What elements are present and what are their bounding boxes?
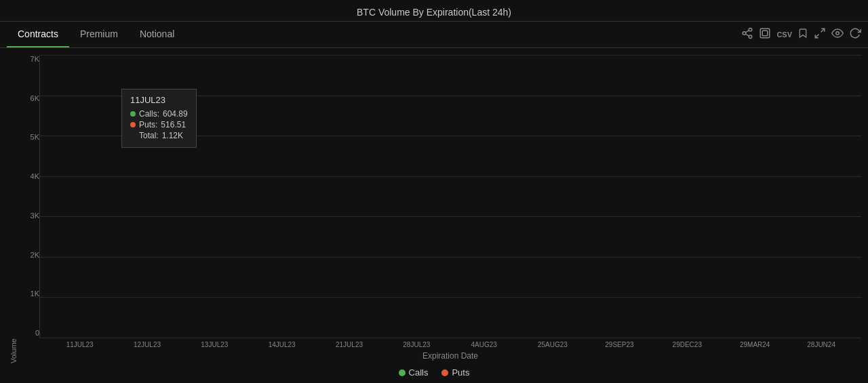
y-tick-3k: 3K	[18, 211, 39, 220]
x-tick: 14JUL23	[269, 341, 296, 348]
svg-line-3	[746, 34, 749, 36]
chart-area: Volume 7K 6K 5K 4K 3K 2K 1K 0	[0, 48, 868, 363]
fullscreen-icon[interactable]	[814, 27, 826, 42]
svg-line-8	[815, 35, 818, 38]
tab-premium[interactable]: Premium	[69, 22, 129, 47]
y-tick-6k: 6K	[18, 94, 39, 102]
tab-contracts[interactable]: Contracts	[7, 22, 69, 47]
share-icon[interactable]	[741, 27, 753, 42]
tab-notional[interactable]: Notional	[129, 22, 185, 47]
chart-title: BTC Volume By Expiration(Last 24h)	[0, 0, 868, 22]
bookmark-icon[interactable]	[797, 27, 808, 42]
svg-point-1	[743, 32, 747, 35]
svg-point-2	[749, 35, 753, 39]
y-tick-2k: 2K	[18, 251, 39, 259]
svg-rect-5	[761, 28, 770, 38]
chart-inner: 7K 6K 5K 4K 3K 2K 1K 0	[18, 55, 861, 363]
x-tick: 29MAR24	[740, 341, 767, 348]
screenshot-icon[interactable]	[759, 27, 771, 42]
y-tick-4k: 4K	[18, 172, 39, 180]
y-tick-1k: 1K	[18, 289, 39, 298]
y-tick-5k: 5K	[18, 133, 39, 141]
svg-line-7	[821, 28, 825, 32]
x-tick: 28JUL23	[403, 341, 430, 348]
plot-area: 7K 6K 5K 4K 3K 2K 1K 0	[18, 55, 861, 338]
svg-line-4	[746, 31, 749, 33]
legend-calls: Calls	[399, 367, 429, 378]
bars-inner	[40, 55, 861, 338]
refresh-icon[interactable]	[849, 27, 861, 42]
legend-calls-dot	[399, 369, 406, 376]
eye-icon[interactable]	[831, 27, 844, 42]
grid-0	[40, 338, 861, 338]
x-tick: 29DEC23	[673, 341, 700, 348]
toolbar: CSV	[741, 27, 861, 42]
x-axis-label: Expiration Date	[39, 348, 861, 363]
svg-point-0	[749, 28, 753, 32]
legend-puts-label: Puts	[452, 367, 469, 378]
legend-calls-label: Calls	[409, 367, 429, 378]
svg-point-9	[836, 32, 840, 35]
x-axis: 11JUL2312JUL2313JUL2314JUL2321JUL2328JUL…	[39, 338, 861, 348]
x-tick: 4AUG23	[471, 341, 498, 348]
chart-container: BTC Volume By Expiration(Last 24h) Contr…	[0, 0, 868, 383]
legend-puts-dot	[441, 369, 448, 376]
csv-icon[interactable]: CSV	[776, 31, 792, 39]
x-tick: 29SEP23	[605, 341, 632, 348]
y-tick-0: 0	[18, 329, 39, 337]
bars-area: 11JUL23 Calls: 604.89 Puts: 516.51	[39, 55, 861, 338]
tab-row: Contracts Premium Notional CSV	[0, 22, 868, 48]
x-tick: 11JUL23	[66, 341, 94, 348]
x-tick: 28JUN24	[807, 341, 834, 348]
x-tick: 13JUL23	[201, 341, 228, 348]
y-axis-label: Volume	[7, 55, 18, 363]
legend-puts: Puts	[441, 367, 469, 378]
x-tick: 21JUL23	[336, 341, 363, 348]
x-tick: 25AUG23	[538, 341, 565, 348]
x-tick: 12JUL23	[134, 341, 161, 348]
y-tick-7k: 7K	[18, 55, 39, 63]
svg-rect-6	[763, 31, 768, 36]
y-ticks: 7K 6K 5K 4K 3K 2K 1K 0	[18, 55, 39, 338]
legend: Calls Puts	[0, 363, 868, 383]
